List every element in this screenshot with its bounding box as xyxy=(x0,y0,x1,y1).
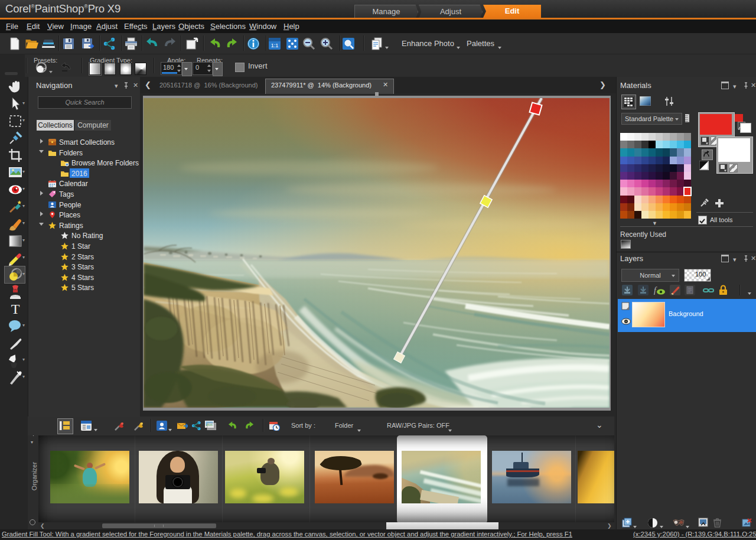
svg-text:1:1: 1:1 xyxy=(271,43,279,48)
svg-text:f: f xyxy=(654,286,657,295)
svg-text:T: T xyxy=(11,301,20,317)
